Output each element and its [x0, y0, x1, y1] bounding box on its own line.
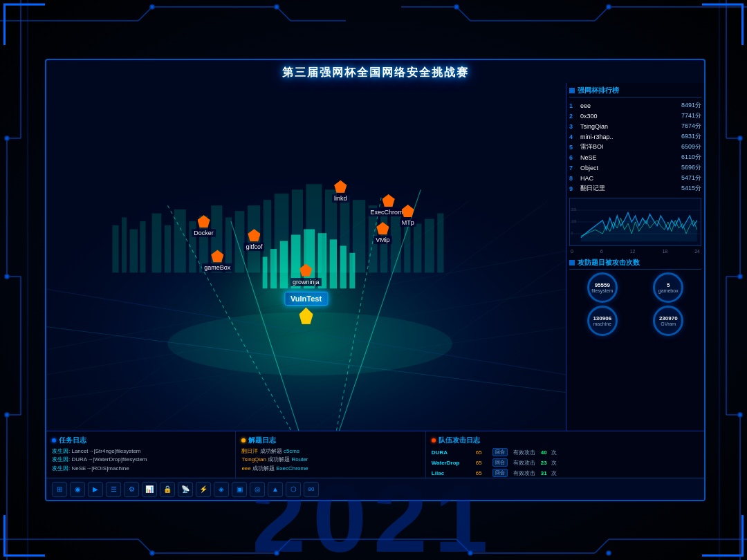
svg-point-46	[738, 413, 742, 417]
mission-dot	[52, 438, 56, 442]
marker-icon-vmip	[376, 222, 389, 234]
svg-rect-59	[112, 225, 118, 273]
ranking-row-4: 4 mini-r3hap.. 6931分	[569, 131, 701, 142]
taskbar-icon-8[interactable]: 📡	[178, 482, 193, 497]
marker-label-vmip: VMip	[374, 236, 392, 244]
combat-row-3: Lilac 65 回合 有效攻击 31 次	[432, 469, 699, 477]
ranking-section: 强网杯排行榜 1 eee 8491分 2 0x300 7741分 3 Ts	[569, 86, 701, 194]
ranking-row-1: 1 eee 8491分	[569, 100, 701, 111]
marker-label-linkd: linkd	[332, 194, 349, 203]
svg-line-3	[277, 7, 290, 21]
taskbar-icon-1[interactable]: ⊞	[52, 482, 67, 497]
corner-bl	[3, 515, 45, 557]
circle-stats-top: 95559 filesystem 5 gamebox	[569, 272, 701, 303]
circle-stat-gamebox: 5 gamebox	[653, 272, 683, 303]
svg-line-1	[138, 7, 152, 21]
taskbar-icon-2[interactable]: ◉	[70, 482, 85, 497]
map-area: Docker gitfcof gameBox linkd ExecChrome	[46, 83, 566, 431]
taskbar-icon-13[interactable]: ▲	[268, 482, 283, 497]
marker-icon-gamebox	[211, 250, 223, 262]
mission-entry-1: 发生因: Lancet→[Str4nge]filesystem	[52, 448, 230, 455]
taskbar-icon-12[interactable]: ◎	[250, 482, 265, 497]
marker-icon-growninja	[299, 264, 312, 277]
corner-tl	[3, 3, 45, 45]
main-screen: 第三届强网杯全国网络安全挑战赛	[45, 59, 706, 501]
svg-point-12	[454, 5, 459, 9]
taskbar-icon-11[interactable]: ▣	[232, 482, 247, 497]
svg-point-45	[738, 274, 742, 279]
marker-label-growninja: growninja	[290, 278, 322, 286]
ranking-row-7: 7 Object 5696分	[569, 162, 701, 173]
svg-point-96	[215, 336, 374, 368]
svg-rect-93	[340, 245, 347, 288]
ranking-row-9: 9 翻日记里 5415分	[569, 183, 701, 194]
svg-rect-86	[263, 257, 268, 289]
svg-point-10	[150, 5, 154, 9]
right-panel: 强网杯排行榜 1 eee 8491分 2 0x300 7741分 3 Ts	[566, 83, 704, 431]
vulntest-pin	[299, 308, 313, 324]
svg-point-13	[607, 5, 611, 9]
taskbar-icon-3[interactable]: ▶	[88, 482, 103, 497]
taskbar: ⊞ ◉ ▶ ☰ ⚙ 📊 🔒 📡 ⚡ ◈ ▣ ◎ ▲ ⬡ 80	[46, 478, 704, 500]
ranking-row-3: 3 TsingQian 7674分	[569, 121, 701, 131]
svg-rect-87	[270, 249, 277, 288]
svg-rect-88	[280, 241, 288, 289]
chart-section: 200 100 0 0 6	[569, 198, 701, 254]
taskbar-icon-5[interactable]: ⚙	[124, 482, 139, 497]
combat-row-1: DURA 65 回合 有效攻击 40 次	[432, 448, 699, 456]
attack-stats-icon	[569, 260, 575, 265]
attack-stats-section: 攻防题目被攻击次数 95559 filesystem 5	[569, 258, 701, 339]
marker-mtp: MTp	[400, 205, 416, 227]
content-area: Docker gitfcof gameBox linkd ExecChrome	[46, 83, 704, 431]
ranking-row-6: 6 NeSE 6110分	[569, 152, 701, 162]
combat-row-2: WaterDrop 65 回合 有效攻击 23 次	[432, 458, 699, 467]
circle-ring-gvram: 230970 GVram	[653, 306, 683, 336]
svg-line-6	[456, 7, 470, 21]
taskbar-icon-6[interactable]: 📊	[142, 482, 157, 497]
chart-area: 200 100 0	[569, 198, 701, 246]
corner-tr	[702, 3, 744, 45]
marker-growninja: growninja	[290, 264, 322, 286]
taskbar-icon-7[interactable]: 🔒	[160, 482, 175, 497]
svg-rect-94	[349, 253, 355, 288]
mission-entry-2: 发生因: DURA→[WaterDrop]filesystem	[52, 456, 230, 463]
ranking-row-8: 8 HAC 5471分	[569, 173, 701, 183]
taskbar-icon-15[interactable]: 80	[304, 482, 319, 497]
svg-rect-92	[330, 239, 337, 288]
solve-dot	[241, 438, 246, 442]
marker-linkd: linkd	[332, 180, 349, 203]
solve-entry-1: 翻日洋 成功解题 c5cms	[241, 448, 419, 455]
marker-icon-execchrome	[382, 194, 395, 207]
mission-entry-3: 发生因: NeSE→[ROIS]machine	[52, 465, 230, 472]
combat-dot	[432, 438, 436, 442]
marker-label-mtp: MTp	[400, 218, 416, 227]
vulntest-marker: VulnTest	[284, 292, 328, 324]
marker-docker: Docker	[192, 215, 216, 237]
svg-rect-60	[122, 217, 127, 272]
circle-ring-filesystem: 95559 filesystem	[587, 272, 618, 303]
solve-entry-2: TsingQian 成功解题 Router	[241, 456, 419, 463]
svg-line-8	[595, 7, 609, 21]
taskbar-icon-14[interactable]: ⬡	[286, 482, 301, 497]
taskbar-icon-4[interactable]: ☰	[106, 482, 121, 497]
taskbar-icon-10[interactable]: ◈	[214, 482, 229, 497]
marker-label-gitfcof: gitfcof	[243, 243, 264, 251]
svg-point-35	[5, 274, 9, 279]
vulntest-label: VulnTest	[284, 292, 328, 306]
svg-text:100: 100	[571, 220, 577, 223]
ranking-row-2: 2 0x300 7741分	[569, 111, 701, 121]
svg-rect-84	[425, 219, 434, 273]
city-svg	[46, 83, 566, 431]
attack-chart: 200 100 0	[570, 198, 701, 245]
marker-icon-linkd	[334, 180, 347, 193]
circle-ring-gamebox: 5 gamebox	[653, 272, 683, 303]
solve-entry-3: eee 成功解题 ExecChrome	[241, 465, 419, 472]
ranking-title: 强网杯排行榜	[569, 86, 701, 97]
svg-rect-65	[174, 209, 186, 272]
ranking-row-5: 5 雷洋BOI 6509分	[569, 142, 701, 152]
taskbar-icon-9[interactable]: ⚡	[196, 482, 211, 497]
circle-stat-machine: 130906 machine	[587, 306, 618, 336]
mission-log-title: 任务日志	[52, 436, 230, 445]
svg-rect-85	[437, 214, 443, 273]
marker-icon-mtp	[402, 205, 414, 217]
